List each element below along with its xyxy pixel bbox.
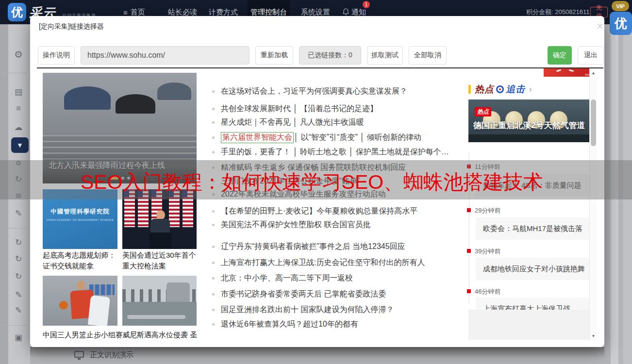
- umbrella-shape: [116, 94, 155, 114]
- news-image-basketball[interactable]: [43, 276, 117, 326]
- bullet-icon: [212, 246, 215, 248]
- grab-test-button[interactable]: 抓取测试: [367, 46, 403, 65]
- embedded-webpage: 北方入汛来最强降雨过程今夜上线 中國管理科學研究院 CHINA ACADEMY …: [37, 68, 596, 340]
- news-link[interactable]: 美国宪法不再保护女性堕胎权 联合国官员批: [212, 220, 370, 230]
- sidebar-item-active-collect[interactable]: ▼: [11, 137, 29, 153]
- settings-gear-icon[interactable]: ⚙: [10, 50, 27, 59]
- timeline-bullet-icon: [467, 289, 471, 293]
- hot-badge: 热点: [475, 107, 491, 116]
- timeline-time: 39分钟前: [475, 247, 500, 256]
- accent-bar: [468, 85, 471, 94]
- edit-icon[interactable]: ✎: [10, 290, 27, 300]
- bullet-icon: [212, 90, 215, 93]
- banner-stroke: [556, 69, 561, 72]
- news-link[interactable]: 辽宁丹东“持黄码者看病被拦”事件之后 当地12345回应: [212, 242, 405, 251]
- funnel-icon: ▼: [17, 141, 23, 149]
- scroll-up-icon[interactable]: ▲: [590, 71, 597, 75]
- edit-icon[interactable]: ✎: [10, 209, 27, 218]
- edit-icon[interactable]: ✎: [10, 306, 27, 315]
- vip-badge: VIP: [612, 1, 629, 11]
- news-link[interactable]: 北京：中小学、高一高二等下周一返校: [212, 273, 353, 283]
- bullet-icon: [212, 323, 215, 326]
- url-input[interactable]: [81, 46, 249, 65]
- news-image-venice-flood[interactable]: [122, 276, 197, 326]
- news-link[interactable]: 在这场对话会上，习近平为何强调要真心实意谋发展？: [212, 86, 407, 96]
- news-card-caption[interactable]: 中国三人男篮止步小组赛: [43, 330, 120, 340]
- basketball-shape: [59, 301, 68, 310]
- dialog-title: [定向采集]链接选择器: [39, 22, 104, 31]
- bullet-icon: [212, 293, 215, 296]
- monitor-icon: [74, 351, 84, 358]
- placeholder-box: [468, 310, 596, 340]
- news-card-caption[interactable]: 起底高考志愿规划师：证书交钱就能拿: [43, 250, 118, 271]
- book-icon[interactable]: ▣: [10, 333, 27, 343]
- sidebar-divider: [1, 325, 27, 326]
- news-link[interactable]: 共创全球发展新时代 │ 【沿着总书记的足迹】: [212, 104, 378, 114]
- basilica-shape: [166, 282, 190, 302]
- bullet-icon: [212, 224, 215, 226]
- close-icon[interactable]: ×: [593, 19, 607, 33]
- figure-head: [77, 281, 85, 290]
- hot-news-image-pipeline[interactable]: 热点 德国正重启北溪2号天然气管道: [468, 99, 596, 142]
- hot-news-item[interactable]: 欧委会：马航MH17是被俄击落: [476, 217, 596, 240]
- sign-text-cn: 中國管理科學研究院: [43, 208, 117, 216]
- news-card-caption[interactable]: 美国会通过近30年首个重大控枪法案: [122, 250, 198, 271]
- help-button[interactable]: 操作说明: [38, 46, 75, 65]
- news-link[interactable]: 【在希望的田野上·麦收记】今年夏粮收购总量保持高水平: [212, 206, 417, 216]
- timeline-time: 29分钟前: [475, 206, 500, 215]
- target-icon: [496, 85, 504, 93]
- bullet-icon: [212, 121, 215, 124]
- bullet-icon: [212, 136, 215, 139]
- hot-image-caption[interactable]: 德国正重启北溪2号天然气管道: [473, 120, 585, 131]
- water-reflection: [127, 315, 185, 319]
- exit-button[interactable]: 退出: [578, 46, 604, 65]
- timeline-time: 46分钟前: [475, 287, 500, 296]
- sign-text-en: CHINA ACADEMY OF MANAGEMENT SCIENCE: [43, 218, 117, 221]
- sidebar-divider: [1, 228, 27, 229]
- notification-badge: 1: [363, 1, 370, 8]
- cloud-upload-icon[interactable]: ☁: [10, 123, 27, 132]
- chart-icon[interactable]: ▤: [10, 87, 27, 97]
- cancel-all-button[interactable]: 全部取消: [409, 46, 447, 65]
- menu-icon: ≡: [123, 8, 128, 17]
- confirm-button[interactable]: 确定: [548, 46, 572, 65]
- news-link[interactable]: 上海宣布打赢大上海保卫战:历史会记住坚守和付出的所有人: [212, 258, 425, 267]
- news-link[interactable]: 市委书记跻身省委常委两天后 已掌舵省委政法委: [212, 289, 386, 299]
- corner-app-logo[interactable]: 优: [610, 12, 632, 35]
- news-card-caption[interactable]: 威尼斯遇高水位侵袭 圣: [122, 330, 200, 340]
- bullet-icon: [212, 277, 215, 280]
- news-link[interactable]: 手里的饭，更香了！ │ 聆听土地之歌 │ 保护黑土地就是保护每个…: [212, 147, 449, 157]
- scroll-down-icon[interactable]: ▼: [590, 334, 597, 338]
- sidebar-divider: [1, 73, 27, 73]
- refresh-icon[interactable]: ↻: [10, 272, 27, 281]
- figure-head: [156, 210, 165, 220]
- podium-shape: [150, 232, 172, 249]
- news-link[interactable]: 国足亚洲排名跌出前十 国家队建设为何陷入停滞？: [212, 305, 394, 314]
- news-link-selected-row[interactable]: 第六届世界智能大会 │ 以“智变”引“质变” │ 倾听创新的律动: [212, 132, 421, 142]
- hot-news-item[interactable]: 成都地铁回应女子对小孩跳艳舞: [476, 258, 596, 280]
- chevron-right-icon: ›: [529, 84, 532, 94]
- ship-hull-shape: [468, 134, 596, 142]
- bullet-icon: [212, 151, 215, 153]
- timeline-bullet-icon: [467, 249, 471, 253]
- timeline-bullet-icon: [467, 208, 471, 212]
- selected-link-highlight[interactable]: 第六届世界智能大会: [221, 132, 294, 143]
- refresh-icon[interactable]: ↻: [10, 238, 27, 248]
- screenshot-stage: ⚙ ▤ ≡ ☁ ▼ ⚙ ↻ ≋ ✎ ↻ ↻ ↻ ✎ ✎ ▣ 正文识别演示 优 采…: [0, 0, 632, 364]
- refresh-icon[interactable]: ↻: [10, 254, 27, 264]
- sidebar-item-content-recognition-demo[interactable]: 正文识别演示: [90, 350, 133, 360]
- scrollbar-thumb[interactable]: [591, 99, 596, 146]
- reload-button[interactable]: 重新加载: [255, 46, 293, 65]
- news-link[interactable]: 星火成炬｜不舍再见 │ 凡人微光|丰收温暖: [212, 117, 364, 127]
- bullet-icon: [212, 210, 215, 213]
- bullet-icon: [212, 108, 215, 110]
- content-scrollbar[interactable]: ▲ ▼: [589, 68, 597, 340]
- hot-pursuit-header[interactable]: 热点 追击 ›: [468, 83, 532, 95]
- watermark-text: SEO入门教程：如何快速学习SEO、蜘蛛池搭建技术: [81, 171, 543, 193]
- list-icon[interactable]: ≡: [10, 104, 27, 114]
- app-logo[interactable]: 优: [8, 3, 26, 21]
- news-link[interactable]: 退休近6年被查算久吗？超过10年的都有: [212, 319, 358, 329]
- bullet-icon: [212, 309, 215, 311]
- umbrella-shape: [64, 86, 111, 110]
- promo-banner[interactable]: xuexi: [544, 68, 596, 77]
